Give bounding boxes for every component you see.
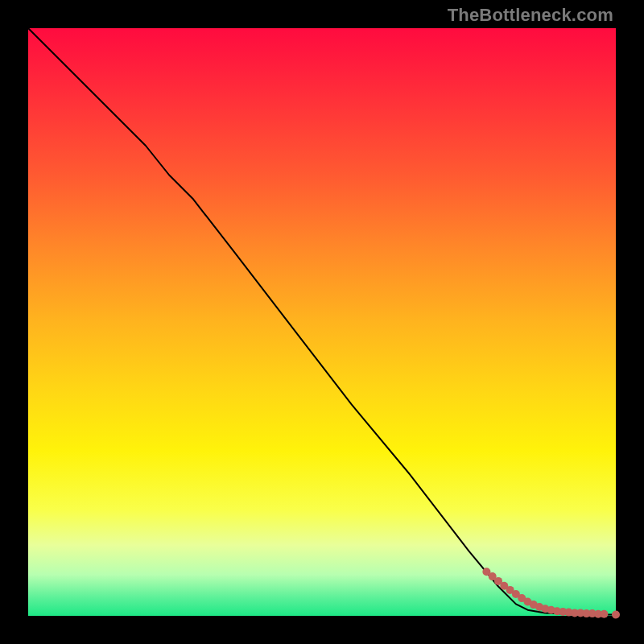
chart-svg <box>28 28 616 616</box>
chart-frame: TheBottleneck.com <box>0 0 644 644</box>
marker-point <box>612 611 620 619</box>
marker-point <box>600 610 608 618</box>
bottleneck-curve <box>28 28 616 615</box>
marker-group <box>482 568 620 618</box>
attribution-label: TheBottleneck.com <box>448 5 613 26</box>
plot-area <box>28 28 616 616</box>
